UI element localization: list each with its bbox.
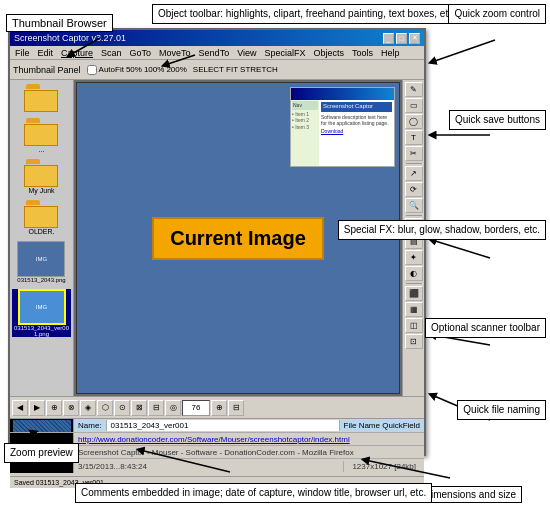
autofit-checkbox[interactable] xyxy=(87,65,97,75)
list-item[interactable]: IMG 031513_2043_ver001.png xyxy=(12,289,71,337)
svg-line-4 xyxy=(432,240,490,258)
list-item[interactable]: ... xyxy=(24,118,60,153)
list-item[interactable] xyxy=(24,84,60,112)
scanner-btn-8[interactable]: ⊠ xyxy=(131,400,147,416)
autofit-label: AutoFit xyxy=(99,65,124,74)
menu-scan[interactable]: Scan xyxy=(99,48,124,58)
thumb-label: ... xyxy=(39,146,45,153)
rt-btn-2[interactable]: ▭ xyxy=(405,98,423,113)
list-item[interactable]: IMG 031513_2043.png xyxy=(17,241,65,283)
rt-btn-4[interactable]: T xyxy=(405,130,423,145)
maximize-button[interactable]: □ xyxy=(396,33,407,44)
scanner-btn-9[interactable]: ⊟ xyxy=(148,400,164,416)
scanner-btn-3[interactable]: ⊕ xyxy=(46,400,62,416)
annotation-zoom-preview: Zoom preview xyxy=(4,443,79,463)
svg-line-2 xyxy=(432,40,495,62)
menu-capture[interactable]: Capture xyxy=(59,48,95,58)
scanner-btn-11[interactable]: ⊕ xyxy=(211,400,227,416)
rt-btn-14[interactable]: ▦ xyxy=(405,302,423,317)
scanner-btn-4[interactable]: ⊗ xyxy=(63,400,79,416)
scanner-btn-1[interactable]: ◀ xyxy=(12,400,28,416)
rt-separator-2 xyxy=(406,215,422,216)
current-image-label: Current Image xyxy=(152,217,324,260)
annotation-quick-file-naming: Quick file naming xyxy=(457,400,546,420)
menu-moveto[interactable]: MoveTo xyxy=(157,48,193,58)
thumb-label: My Junk xyxy=(28,187,54,194)
menu-tools[interactable]: Tools xyxy=(350,48,375,58)
list-item[interactable]: OLDER. xyxy=(24,200,60,235)
menu-help[interactable]: Help xyxy=(379,48,402,58)
zoom-50[interactable]: 50% xyxy=(126,65,142,74)
menu-goto[interactable]: GoTo xyxy=(128,48,154,58)
rt-btn-8[interactable]: 🔍 xyxy=(405,198,423,213)
menu-file[interactable]: File xyxy=(13,48,32,58)
zoom-100[interactable]: 100% xyxy=(144,65,164,74)
menu-objects[interactable]: Objects xyxy=(312,48,347,58)
title-bar-controls: _ □ ✕ xyxy=(383,33,420,44)
close-button[interactable]: ✕ xyxy=(409,33,420,44)
fit-stretch-label: SELECT FIT STRETCH xyxy=(193,65,278,74)
rt-btn-13[interactable]: ⬛ xyxy=(405,286,423,301)
menu-edit[interactable]: Edit xyxy=(36,48,56,58)
annotation-dimensions-size: Dimensions and size xyxy=(418,486,522,503)
inner-screenshot: Nav • Item 1 • Item 2 • Item 3 Screensho… xyxy=(290,87,395,167)
file-name-label: Name: xyxy=(74,420,107,431)
thumbnail-panel-label: Thumbnail Panel xyxy=(13,65,81,75)
rt-btn-16[interactable]: ⊡ xyxy=(405,334,423,349)
zoom-200[interactable]: 200% xyxy=(166,65,186,74)
thumb-label: 031513_2043.png xyxy=(17,277,65,283)
file-status-left: 3/15/2013...8:43:24 xyxy=(74,461,343,472)
menu-sendto[interactable]: SendTo xyxy=(197,48,232,58)
file-url-value: http://www.donationcoder.com/Software/Mo… xyxy=(74,434,354,445)
menu-specialfx[interactable]: SpecialFX xyxy=(263,48,308,58)
thumb-label: OLDER. xyxy=(28,228,54,235)
menu-view[interactable]: View xyxy=(235,48,258,58)
rt-separator-1 xyxy=(406,163,422,164)
scanner-btn-6[interactable]: ⬡ xyxy=(97,400,113,416)
annotation-special-fx: Special FX: blur, glow, shadow, borders,… xyxy=(338,220,546,240)
rt-btn-3[interactable]: ◯ xyxy=(405,114,423,129)
thumb-label: 031513_2043_ver001.png xyxy=(12,325,71,337)
rt-btn-5[interactable]: ✂ xyxy=(405,146,423,161)
file-description-value: Screenshot Captor - Mouser - Software - … xyxy=(74,447,358,458)
screenshot-captor-window: Screenshot Captor v3.27.01 _ □ ✕ File Ed… xyxy=(8,28,426,456)
scanner-zoom-field[interactable]: 76 xyxy=(182,400,210,416)
scanner-btn-10[interactable]: ◎ xyxy=(165,400,181,416)
rt-btn-7[interactable]: ⟳ xyxy=(405,182,423,197)
scanner-btn-7[interactable]: ⊙ xyxy=(114,400,130,416)
menu-bar: File Edit Capture Scan GoTo MoveTo SendT… xyxy=(10,46,424,60)
main-toolbar: Thumbnail Panel AutoFit 50% 100% 200% SE… xyxy=(10,60,424,80)
annotation-quick-zoom: Quick zoom control xyxy=(448,4,546,24)
minimize-button[interactable]: _ xyxy=(383,33,394,44)
title-bar: Screenshot Captor v3.27.01 _ □ ✕ xyxy=(10,30,424,46)
scanner-btn-5[interactable]: ◈ xyxy=(80,400,96,416)
annotation-quick-save: Quick save buttons xyxy=(449,110,546,130)
rt-btn-11[interactable]: ✦ xyxy=(405,250,423,265)
file-name-quickfield-label: File Name QuickField xyxy=(340,420,424,431)
scanner-toolbar: ◀ ▶ ⊕ ⊗ ◈ ⬡ ⊙ ⊠ ⊟ ◎ 76 ⊕ ⊟ xyxy=(10,396,424,418)
rt-separator-3 xyxy=(406,283,422,284)
zoom-preview-area xyxy=(10,419,74,432)
rt-btn-1[interactable]: ✎ xyxy=(405,82,423,97)
annotation-comments: Comments embedded in image; date of capt… xyxy=(75,483,432,503)
list-item[interactable]: My Junk xyxy=(24,159,60,194)
annotation-thumbnail-browser: Thumbnail Browser xyxy=(6,14,113,32)
window-title: Screenshot Captor v3.27.01 xyxy=(14,33,126,43)
rt-btn-15[interactable]: ◫ xyxy=(405,318,423,333)
annotation-object-toolbar: Object toolbar: highlights, clipart, fre… xyxy=(152,4,462,24)
file-name-value[interactable]: 031513_2043_ver001 xyxy=(107,420,340,431)
file-dimensions: 1237x1027 [24kb] xyxy=(343,461,424,472)
thumbnail-panel: ... My Junk OLDER. xyxy=(10,80,74,396)
scanner-btn-2[interactable]: ▶ xyxy=(29,400,45,416)
scanner-btn-12[interactable]: ⊟ xyxy=(228,400,244,416)
annotation-scanner-toolbar: Optional scanner toolbar xyxy=(425,318,546,338)
file-name-row: Name: 031513_2043_ver001 File Name Quick… xyxy=(10,419,424,433)
rt-btn-6[interactable]: ↗ xyxy=(405,166,423,181)
rt-btn-12[interactable]: ◐ xyxy=(405,266,423,281)
